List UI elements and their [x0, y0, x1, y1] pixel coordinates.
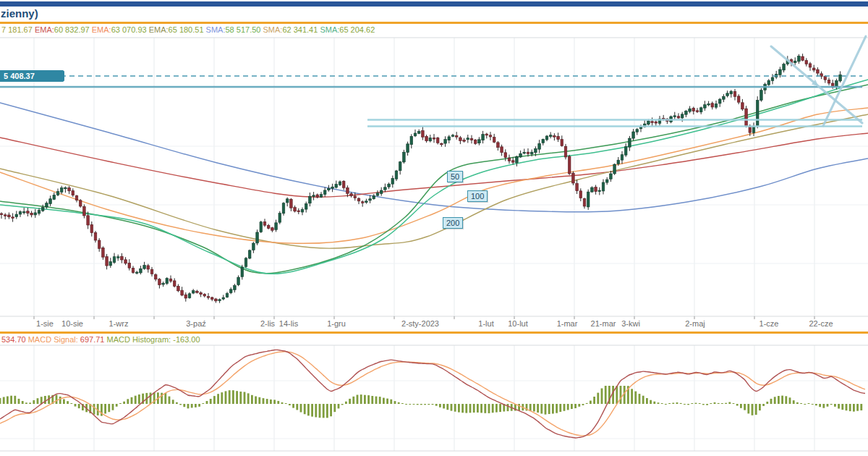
chart-canvas[interactable] [0, 0, 868, 456]
x-axis-tick-label: 1-lut [478, 319, 493, 328]
x-axis-tick-label: 1-wrz [109, 319, 129, 328]
x-axis-tick-label: 1-gru [327, 319, 346, 328]
ma-period-callout-100[interactable]: 100 [467, 190, 488, 202]
macd-legend: 534.70 MACD Signal: 697.71 MACD Histogra… [1, 335, 867, 346]
macd-histogram-label: MACD Histogram: [107, 335, 174, 344]
current-price-tag: 5 408.37 [0, 70, 64, 82]
ma-lines-layer [0, 80, 868, 274]
x-axis-tick-label: 21-mar [591, 319, 616, 328]
x-axis-tick-label: 3-paź [186, 319, 206, 328]
panel-divider [0, 332, 868, 334]
macd-signal-label: MACD Signal: [28, 335, 80, 344]
sma-green-line [0, 85, 868, 274]
x-axis-tick-label: 14-lis [279, 319, 298, 328]
trading-chart-window: zienny) 7 181.67 EMA:60 832.97 EMA:63 07… [0, 0, 868, 456]
x-axis-tick-label: 2-maj [685, 319, 705, 328]
x-axis-tick-label: 1-mar [557, 319, 578, 328]
x-axis-tick-label: 3-kwi [621, 319, 640, 328]
x-axis-tick-label: 10-sie [61, 319, 83, 328]
x-axis-tick-label: 22-cze [809, 319, 833, 328]
candles-layer [0, 54, 841, 303]
x-axis-tick-label: 1-sie [36, 319, 54, 328]
ema-orange-line [0, 108, 868, 243]
annotation-lines-layer[interactable] [0, 36, 866, 127]
x-axis-tick-label: 2-sty-2023 [401, 319, 439, 328]
x-axis-tick-label: 1-cze [760, 319, 779, 328]
macd-histogram-value: -163.00 [173, 335, 200, 344]
ma-period-callout-200[interactable]: 200 [443, 217, 463, 229]
ma-period-callout-50[interactable]: 50 [447, 171, 463, 182]
sma-teal-line [0, 80, 868, 274]
macd-layer [0, 350, 865, 438]
macd-signal-value: 697.71 [80, 335, 107, 344]
x-axis-tick-label: 10-lut [508, 319, 528, 328]
macd-value-clipped: 534.70 [1, 335, 28, 344]
x-axis-tick-label: 2-lis [260, 319, 275, 328]
